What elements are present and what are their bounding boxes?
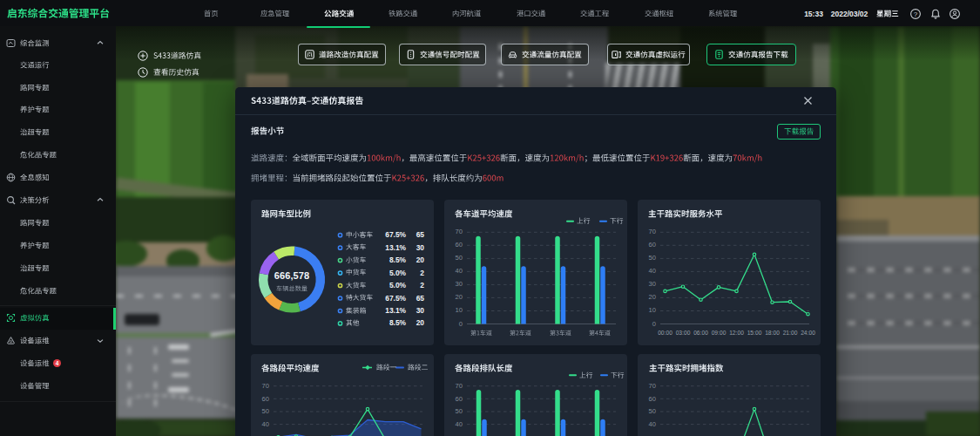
svg-text:?: ? — [914, 10, 918, 18]
